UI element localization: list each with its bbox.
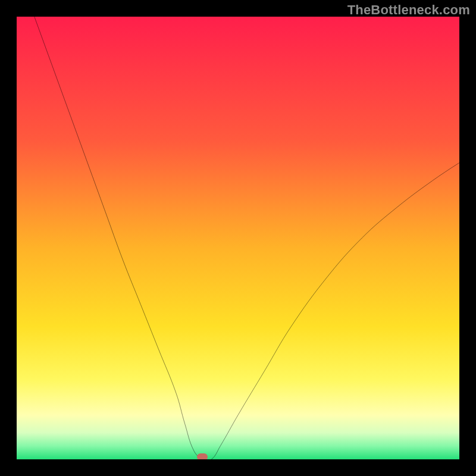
- watermark-label: TheBottleneck.com: [347, 2, 470, 18]
- curve-path: [35, 17, 459, 459]
- optimum-marker-icon: [197, 453, 208, 459]
- bottleneck-curve: [17, 17, 459, 459]
- chart-frame: TheBottleneck.com: [0, 0, 476, 476]
- plot-area: [17, 17, 459, 459]
